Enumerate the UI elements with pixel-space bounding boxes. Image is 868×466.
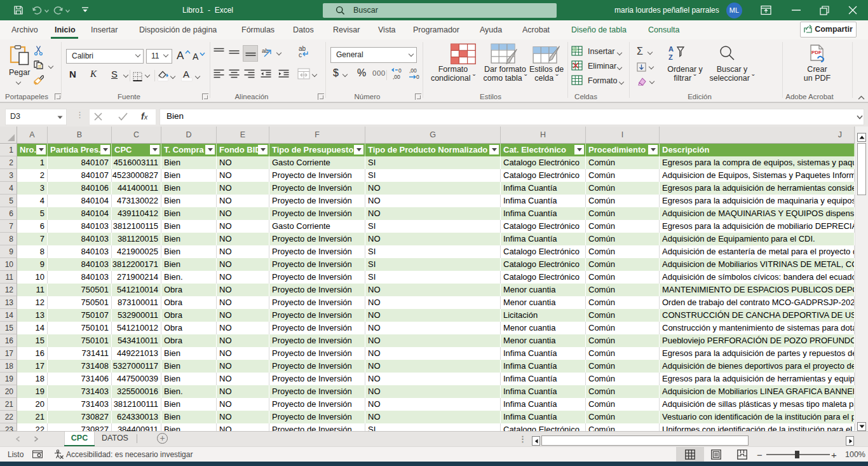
svg-text:,00: ,00 — [409, 67, 417, 74]
svg-text:Z: Z — [668, 53, 673, 61]
svg-text:PDF: PDF — [811, 50, 822, 55]
svg-text:A: A — [668, 45, 674, 53]
svg-text:,00: ,00 — [393, 74, 400, 80]
svg-text:c: c — [299, 51, 302, 58]
svg-text:0: 0 — [398, 67, 402, 74]
